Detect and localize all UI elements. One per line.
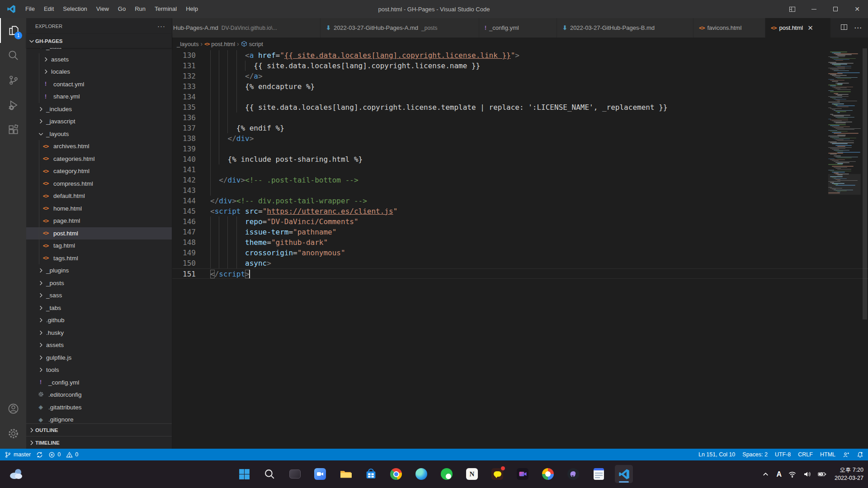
more-actions-icon[interactable]: ⋯ bbox=[854, 23, 862, 33]
taskbar-github-desktop-icon[interactable] bbox=[564, 465, 582, 483]
tree-item-_plugins[interactable]: _plugins bbox=[26, 264, 172, 277]
editor-scrollbar[interactable] bbox=[862, 38, 868, 449]
taskbar-green-app-icon[interactable] bbox=[438, 465, 456, 483]
tree-item-_sass[interactable]: _sass bbox=[26, 289, 172, 302]
tree-item-gulpfile.js[interactable]: gulpfile.js bbox=[26, 352, 172, 364]
taskbar-edge-icon[interactable] bbox=[412, 465, 430, 483]
tree-item-categories.html[interactable]: <>categories.html bbox=[26, 153, 172, 165]
tree-item-tags.html[interactable]: <>tags.html bbox=[26, 252, 172, 265]
minimap[interactable] bbox=[828, 51, 861, 193]
timeline-section[interactable]: TIMELINE bbox=[26, 436, 172, 449]
taskbar-notes-app-icon[interactable] bbox=[590, 465, 608, 483]
taskbar-notion-icon[interactable]: N bbox=[463, 465, 481, 483]
code-line[interactable]: 133 {% endcapture %} bbox=[172, 81, 868, 92]
tab-_config.yml[interactable]: !_config.yml bbox=[479, 18, 557, 38]
code-line[interactable]: 148 theme="github-dark" bbox=[172, 237, 868, 248]
close-icon[interactable]: ✕ bbox=[807, 24, 813, 32]
tree-item-.husky[interactable]: .husky bbox=[26, 327, 172, 339]
tree-item-tag.html[interactable]: <>tag.html bbox=[26, 239, 172, 252]
status-utf8[interactable]: UTF-8 bbox=[775, 451, 791, 458]
breadcrumb-_layouts[interactable]: _layouts bbox=[177, 41, 198, 47]
code-line[interactable]: 130 <a href="{{ site.data.locales[lang].… bbox=[172, 50, 868, 61]
activitybar-extensions-icon[interactable] bbox=[0, 117, 26, 142]
taskbar-task-view-icon[interactable] bbox=[286, 465, 304, 483]
tree-item-post.html[interactable]: <>post.html bbox=[26, 227, 172, 240]
ime-indicator[interactable]: A bbox=[776, 470, 782, 479]
code-line[interactable]: 134 bbox=[172, 92, 868, 102]
code-line[interactable]: 151</script> bbox=[172, 268, 868, 279]
menu-edit[interactable]: Edit bbox=[39, 0, 58, 18]
status-ln[interactable]: Ln 151, Col 10 bbox=[698, 451, 735, 458]
sidebar-more-actions-icon[interactable]: ··· bbox=[157, 22, 165, 30]
code-line[interactable]: 136 bbox=[172, 113, 868, 123]
tree-item-_config.yml[interactable]: !_config.yml bbox=[26, 376, 172, 389]
maximize-button[interactable] bbox=[825, 0, 846, 18]
code-line[interactable]: 149 crossorigin="anonymous" bbox=[172, 248, 868, 258]
status-crlf[interactable]: CRLF bbox=[798, 451, 813, 458]
status-bell-icon[interactable] bbox=[857, 451, 863, 458]
tab-post.html[interactable]: <>post.html✕ bbox=[765, 18, 831, 38]
code-line[interactable]: 147 issue-term="pathname" bbox=[172, 227, 868, 237]
menu-help[interactable]: Help bbox=[181, 0, 203, 18]
taskbar-chrome-icon[interactable] bbox=[387, 465, 405, 483]
taskbar-kakaotalk-icon[interactable] bbox=[488, 465, 506, 483]
code-line[interactable]: 143 bbox=[172, 185, 868, 196]
taskbar-camera-app-icon[interactable] bbox=[514, 465, 532, 483]
tree-item-archives.html[interactable]: <>archives.html bbox=[26, 140, 172, 153]
outline-section[interactable]: OUTLINE bbox=[26, 423, 172, 436]
tree-item-home.html[interactable]: <>home.html bbox=[26, 202, 172, 215]
tree-item-_data[interactable]: _data bbox=[26, 48, 172, 53]
tab-2022-03-27-GitHub-Pages-A.md[interactable]: ⬇2022-03-27-GitHub-Pages-A.md_posts bbox=[321, 18, 479, 38]
taskbar-start-icon[interactable] bbox=[235, 465, 253, 483]
code-editor[interactable]: 130 <a href="{{ site.data.locales[lang].… bbox=[172, 50, 868, 279]
code-line[interactable]: 131 {{ site.data.locales[lang].copyright… bbox=[172, 61, 868, 71]
tree-item-_layouts[interactable]: _layouts bbox=[26, 128, 172, 141]
scrollbar-thumb[interactable] bbox=[863, 48, 867, 319]
tree-item-_includes[interactable]: _includes bbox=[26, 103, 172, 116]
tree-item-_tabs[interactable]: _tabs bbox=[26, 302, 172, 314]
taskbar-file-explorer-icon[interactable] bbox=[336, 465, 354, 483]
taskbar-google-app-icon[interactable] bbox=[539, 465, 557, 483]
layout-customize-icon[interactable] bbox=[781, 0, 803, 18]
tree-item-.editorconfig[interactable]: .editorconfig bbox=[26, 389, 172, 401]
status-html[interactable]: HTML bbox=[820, 451, 835, 458]
breadcrumb-script[interactable]: script bbox=[241, 41, 263, 47]
activitybar-account-icon[interactable] bbox=[0, 396, 26, 421]
tree-item-share.yml[interactable]: !share.yml bbox=[26, 90, 172, 103]
tab-2022-03-27-GitHub-Pages-B.md[interactable]: ⬇2022-03-27-GitHub-Pages-B.md bbox=[557, 18, 693, 38]
tree-item-contact.yml[interactable]: !contact.yml bbox=[26, 78, 172, 91]
activitybar-explorer-icon[interactable]: 1 bbox=[0, 18, 26, 43]
folder-section-header[interactable]: GH-PAGES bbox=[26, 34, 172, 48]
tab-Hub-Pages-A.md[interactable]: Hub-Pages-A.mdDV-DaVinci.github.io\... bbox=[172, 18, 321, 38]
tree-item-_javascript[interactable]: _javascript bbox=[26, 115, 172, 128]
activitybar-settings-icon[interactable] bbox=[0, 421, 26, 446]
hidden-icons-chevron-icon[interactable] bbox=[761, 470, 770, 479]
taskbar-search-icon[interactable] bbox=[260, 465, 278, 483]
code-line[interactable]: 140 {% include post-sharing.html %} bbox=[172, 154, 868, 164]
code-line[interactable]: 135 {{ site.data.locales[lang].copyright… bbox=[172, 102, 868, 113]
split-editor-icon[interactable] bbox=[840, 23, 848, 33]
code-line[interactable]: 146 repo="DV-DaVinci/Comments" bbox=[172, 216, 868, 227]
menu-terminal[interactable]: Terminal bbox=[150, 0, 181, 18]
tree-item-category.html[interactable]: <>category.html bbox=[26, 165, 172, 178]
code-line[interactable]: 137 {% endif %} bbox=[172, 123, 868, 133]
code-line[interactable]: 142 </div><!-- .post-tail-bottom --> bbox=[172, 175, 868, 185]
activitybar-run-debug-icon[interactable] bbox=[0, 93, 26, 117]
tree-item-default.html[interactable]: <>default.html bbox=[26, 190, 172, 202]
tree-item-.gitignore[interactable]: ◈.gitignore bbox=[26, 413, 172, 423]
code-line[interactable]: 132 </a> bbox=[172, 71, 868, 81]
wifi-icon[interactable] bbox=[788, 470, 797, 479]
status-master[interactable]: master bbox=[5, 451, 31, 458]
activitybar-search-icon[interactable] bbox=[0, 43, 26, 68]
tree-item-assets[interactable]: assets bbox=[26, 53, 172, 66]
minimize-button[interactable] bbox=[803, 0, 825, 18]
menu-view[interactable]: View bbox=[92, 0, 113, 18]
code-line[interactable]: 150 async> bbox=[172, 258, 868, 268]
code-line[interactable]: 138 </div> bbox=[172, 133, 868, 144]
code-line[interactable]: 139 bbox=[172, 144, 868, 154]
status-0[interactable]: 0 bbox=[66, 451, 78, 458]
volume-icon[interactable] bbox=[803, 470, 811, 479]
tree-item-.github[interactable]: .github bbox=[26, 314, 172, 327]
status-spaces[interactable]: Spaces: 2 bbox=[742, 451, 768, 458]
tree-item-_posts[interactable]: _posts bbox=[26, 277, 172, 290]
